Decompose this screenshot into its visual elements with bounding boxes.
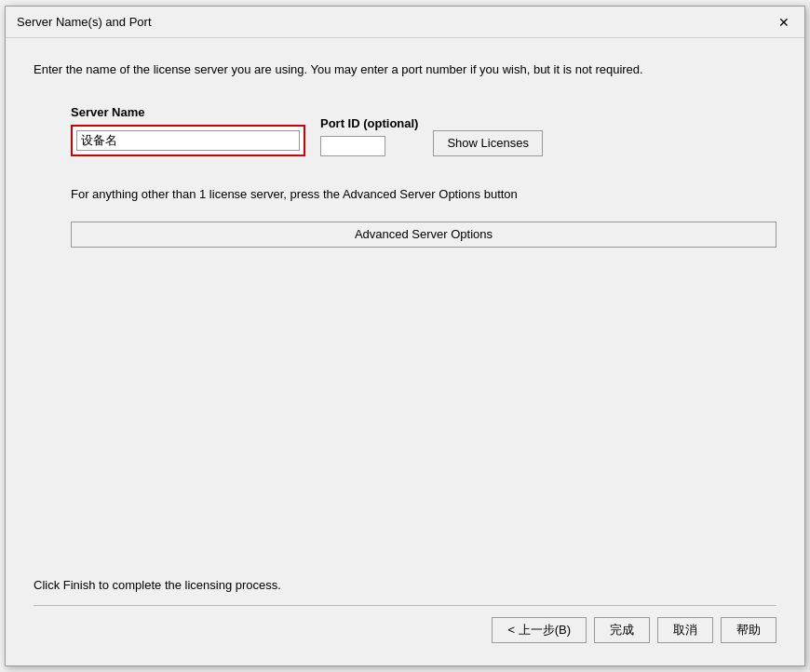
- window-title: Server Name(s) and Port: [17, 15, 152, 29]
- back-button[interactable]: < 上一步(B): [492, 617, 587, 643]
- intro-text: Enter the name of the license server you…: [34, 60, 776, 79]
- cancel-button[interactable]: 取消: [657, 617, 713, 643]
- finish-button[interactable]: 完成: [594, 617, 650, 643]
- dialog-window: Server Name(s) and Port ✕ Enter the name…: [5, 6, 805, 666]
- finish-text: Click Finish to complete the licensing p…: [34, 578, 776, 592]
- help-button[interactable]: 帮助: [721, 617, 776, 643]
- server-name-input[interactable]: [76, 130, 300, 151]
- bottom-divider: [34, 605, 776, 606]
- server-name-label: Server Name: [71, 105, 305, 119]
- button-row: < 上一步(B) 完成 取消 帮助: [34, 617, 776, 651]
- info-text: For anything other than 1 license server…: [71, 186, 776, 203]
- server-name-group: Server Name: [71, 105, 305, 156]
- close-button[interactable]: ✕: [775, 13, 793, 32]
- dialog-content: Enter the name of the license server you…: [6, 38, 804, 665]
- server-name-wrapper: [71, 125, 305, 156]
- port-id-label: Port ID (optional): [320, 116, 418, 130]
- title-bar: Server Name(s) and Port ✕: [6, 7, 804, 38]
- fields-section: Server Name Port ID (optional) Show Lice…: [71, 105, 776, 156]
- port-id-group: Port ID (optional): [320, 116, 418, 156]
- advanced-server-options-button[interactable]: Advanced Server Options: [71, 222, 776, 248]
- show-licenses-button[interactable]: Show Licenses: [433, 130, 542, 156]
- port-id-input[interactable]: [320, 136, 385, 156]
